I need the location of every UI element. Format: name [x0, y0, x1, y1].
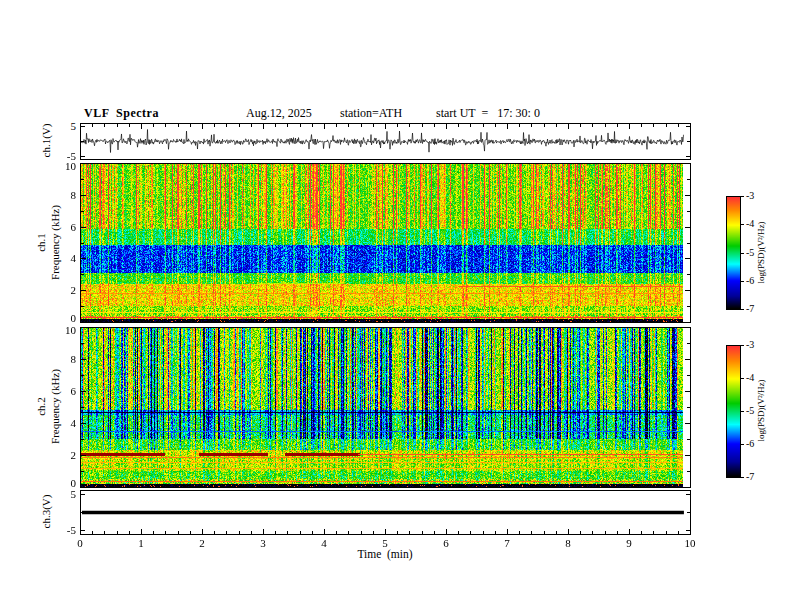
colorbar-tick-label: -7: [746, 471, 754, 483]
x-tick-minor: [373, 531, 374, 534]
x-tick-minor: [678, 124, 679, 127]
y-tick-major: [81, 126, 85, 127]
y-tick-major: [81, 359, 86, 360]
colorbar-ch2-gradient: [727, 346, 740, 477]
y-tick-major: [81, 195, 86, 196]
y-tick-major: [81, 391, 86, 392]
x-tick-minor: [117, 531, 118, 534]
x-tick-minor: [666, 124, 667, 127]
x-tick-label: 5: [370, 537, 400, 549]
x-tick-minor: [531, 124, 532, 127]
colorbar-ch1-label: log(PSD)(V²/Hz): [756, 198, 767, 308]
x-tick-minor: [605, 531, 606, 534]
y-tick-label: 6: [42, 221, 76, 233]
y-tick-major: [81, 327, 86, 328]
y-tick-major: [685, 258, 690, 259]
x-tick-label: 2: [187, 537, 217, 549]
x-tick-minor: [373, 124, 374, 127]
x-tick-minor: [580, 531, 581, 534]
colorbar-tick-label: -4: [746, 372, 754, 384]
x-tick-minor: [190, 531, 191, 534]
y-tick-major: [686, 494, 690, 495]
y-tick-minor: [687, 179, 690, 180]
x-tick-minor: [641, 531, 642, 534]
x-tick-minor: [361, 124, 362, 127]
x-tick-minor: [361, 531, 362, 534]
y-tick-major: [685, 327, 690, 328]
y-tick-label: 5: [42, 488, 76, 500]
x-tick-minor: [678, 531, 679, 534]
colorbar-tick: [741, 281, 744, 282]
y-tick-minor: [687, 274, 690, 275]
x-tick-minor: [483, 531, 484, 534]
x-tick-major: [324, 529, 325, 534]
y-tick-minor: [687, 471, 690, 472]
y-tick-major: [686, 126, 690, 127]
x-tick-minor: [348, 124, 349, 127]
y-tick-minor: [687, 141, 690, 142]
x-tick-major: [141, 529, 142, 534]
x-tick-minor: [190, 124, 191, 127]
y-tick-minor: [81, 407, 84, 408]
x-tick-label: 0: [65, 537, 95, 549]
x-tick-minor: [580, 124, 581, 127]
y-tick-minor: [81, 274, 84, 275]
x-tick-minor: [165, 531, 166, 534]
y-tick-minor: [81, 439, 84, 440]
y-tick-minor: [687, 306, 690, 307]
y-tick-minor: [81, 343, 84, 344]
x-tick-major: [568, 124, 569, 129]
x-tick-minor: [104, 531, 105, 534]
y-tick-major: [81, 163, 86, 164]
x-tick-minor: [300, 124, 301, 127]
x-tick-minor: [336, 531, 337, 534]
x-tick-minor: [605, 124, 606, 127]
y-tick-major: [81, 487, 86, 488]
x-tick-minor: [178, 531, 179, 534]
x-tick-minor: [165, 124, 166, 127]
x-tick-major: [507, 529, 508, 534]
x-tick-minor: [275, 531, 276, 534]
y-tick-major: [685, 423, 690, 424]
x-tick-minor: [397, 531, 398, 534]
x-tick-minor: [397, 124, 398, 127]
y-tick-major: [81, 258, 86, 259]
x-tick-minor: [544, 124, 545, 127]
x-tick-minor: [434, 531, 435, 534]
x-tick-minor: [287, 531, 288, 534]
x-tick-minor: [592, 124, 593, 127]
x-tick-minor: [470, 531, 471, 534]
x-tick-minor: [458, 531, 459, 534]
y-tick-major: [81, 227, 86, 228]
y-tick-major: [81, 156, 85, 157]
y-tick-label: 0: [42, 312, 76, 324]
colorbar-tick-label: -4: [746, 218, 754, 230]
ch1-waveform-canvas: [81, 124, 690, 159]
x-tick-minor: [348, 531, 349, 534]
x-tick-minor: [592, 531, 593, 534]
x-tick-minor: [275, 124, 276, 127]
x-tick-major: [568, 529, 569, 534]
plot-title: VLF Spectra: [84, 106, 159, 121]
x-tick-minor: [312, 531, 313, 534]
colorbar-tick: [741, 444, 744, 445]
y-tick-label: 10: [42, 160, 76, 172]
vlf-spectra-plot: VLF Spectra Aug.12, 2025 station=ATH sta…: [0, 0, 792, 612]
colorbar-tick: [741, 253, 744, 254]
colorbar-tick: [741, 411, 744, 412]
plot-start-ut: start UT = 17: 30: 0: [436, 106, 540, 121]
y-tick-major: [685, 359, 690, 360]
x-tick-minor: [153, 124, 154, 127]
x-tick-minor: [617, 124, 618, 127]
x-tick-minor: [458, 124, 459, 127]
y-tick-major: [81, 290, 86, 291]
y-tick-major: [81, 494, 85, 495]
x-tick-minor: [129, 531, 130, 534]
plot-station: station=ATH: [340, 106, 402, 121]
y-tick-label: 2: [42, 449, 76, 461]
x-tick-label: 4: [309, 537, 339, 549]
x-tick-minor: [226, 531, 227, 534]
y-tick-label: 2: [42, 284, 76, 296]
colorbar-tick-label: -6: [746, 438, 754, 450]
x-tick-minor: [653, 531, 654, 534]
